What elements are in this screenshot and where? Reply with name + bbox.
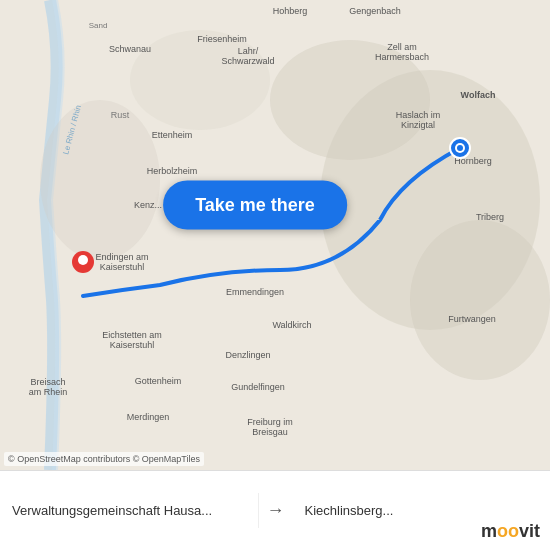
svg-text:Herbolzheim: Herbolzheim [147, 166, 198, 176]
svg-text:Freiburg im: Freiburg im [247, 417, 293, 427]
svg-text:Zell am: Zell am [387, 42, 417, 52]
svg-text:Furtwangen: Furtwangen [448, 314, 496, 324]
svg-text:Kaiserstuhl: Kaiserstuhl [100, 262, 145, 272]
svg-text:Denzlingen: Denzlingen [225, 350, 270, 360]
moovit-logo: moovit [481, 521, 540, 542]
svg-text:Schwarzwald: Schwarzwald [221, 56, 274, 66]
moovit-accent: oo [497, 521, 519, 541]
button-overlay: Take me there [163, 181, 347, 230]
svg-text:Merdingen: Merdingen [127, 412, 170, 422]
svg-text:Hohberg: Hohberg [273, 6, 308, 16]
svg-text:Eichstetten am: Eichstetten am [102, 330, 162, 340]
svg-text:Kinzigtal: Kinzigtal [401, 120, 435, 130]
origin-core [457, 145, 463, 151]
attribution-text: © OpenStreetMap contributors © OpenMapTi… [8, 454, 200, 464]
svg-text:Gottenheim: Gottenheim [135, 376, 182, 386]
svg-text:Breisach: Breisach [30, 377, 65, 387]
map-container: Hohberg Gengenbach Friesenheim Lahr/ Sch… [0, 0, 550, 470]
svg-text:Emmendingen: Emmendingen [226, 287, 284, 297]
svg-text:Friesenheim: Friesenheim [197, 34, 247, 44]
svg-text:Breisgau: Breisgau [252, 427, 288, 437]
footer-from: Verwaltungsgemeinschaft Hausa... [0, 493, 259, 528]
svg-point-4 [410, 220, 550, 380]
svg-text:Gengenbach: Gengenbach [349, 6, 401, 16]
map-attribution: © OpenStreetMap contributors © OpenMapTi… [4, 452, 204, 466]
to-label: Kiechlinsberg... [305, 503, 539, 518]
dest-pin-inner [78, 255, 88, 265]
svg-point-5 [40, 100, 160, 260]
svg-text:Harmersbach: Harmersbach [375, 52, 429, 62]
svg-text:Haslach im: Haslach im [396, 110, 441, 120]
moovit-brand-text: moovit [481, 521, 540, 541]
footer-arrow: → [267, 500, 285, 520]
footer: Verwaltungsgemeinschaft Hausa... → Kiech… [0, 470, 550, 550]
svg-text:Waldkirch: Waldkirch [272, 320, 311, 330]
svg-text:Lahr/: Lahr/ [238, 46, 259, 56]
svg-text:Gundelfingen: Gundelfingen [231, 382, 285, 392]
svg-text:Endingen am: Endingen am [95, 252, 148, 262]
svg-text:Sand: Sand [89, 21, 108, 30]
from-label: Verwaltungsgemeinschaft Hausa... [12, 503, 246, 518]
svg-text:Kaiserstuhl: Kaiserstuhl [110, 340, 155, 350]
svg-text:am Rhein: am Rhein [29, 387, 68, 397]
take-me-there-button[interactable]: Take me there [163, 181, 347, 230]
svg-text:Kenz...: Kenz... [134, 200, 162, 210]
svg-text:Wolfach: Wolfach [461, 90, 496, 100]
svg-text:Triberg: Triberg [476, 212, 504, 222]
svg-text:Rust: Rust [111, 110, 130, 120]
svg-text:Schwanau: Schwanau [109, 44, 151, 54]
footer-arrow-icon: → [259, 500, 293, 521]
svg-text:Ettenheim: Ettenheim [152, 130, 193, 140]
